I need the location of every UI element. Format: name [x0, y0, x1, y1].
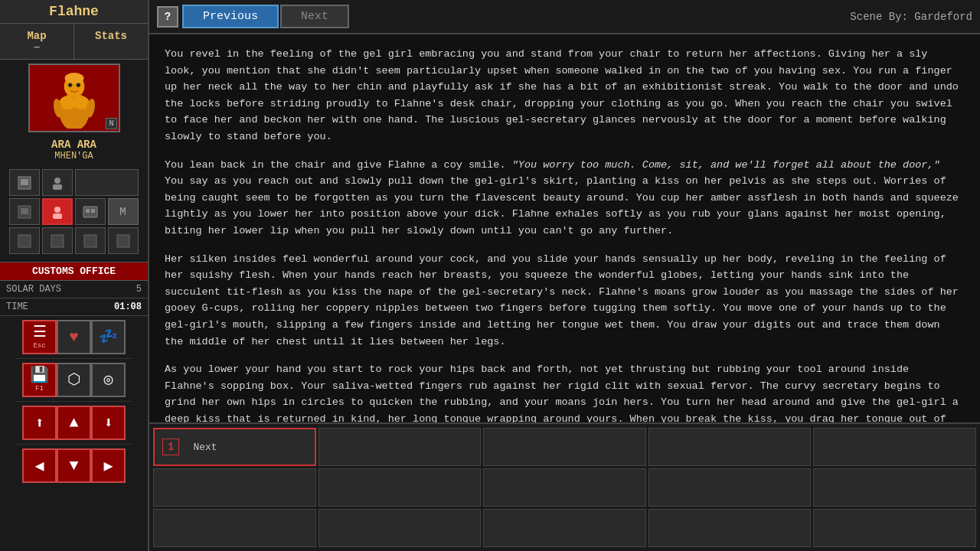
- heart-button[interactable]: ♥: [57, 320, 91, 354]
- choice-cell-11[interactable]: [153, 509, 316, 547]
- svg-rect-12: [53, 184, 62, 190]
- next-choice-button[interactable]: 1 Next: [153, 428, 316, 466]
- party-slot-6[interactable]: [9, 227, 40, 254]
- esc-label: Esc: [33, 342, 45, 350]
- svg-rect-10: [21, 179, 28, 185]
- svg-rect-21: [51, 235, 64, 247]
- svg-rect-17: [83, 207, 97, 217]
- action-row-2: 💾 F1 ⬡ ◎: [16, 359, 132, 402]
- nav-left[interactable]: ◀: [22, 448, 57, 483]
- party-slot-active[interactable]: [42, 198, 73, 225]
- location-label: CUSTOMS OFFICE: [0, 262, 148, 281]
- story-text: You revel in the feeling of the gel girl…: [149, 34, 980, 422]
- main-content: ? Previous Next Scene By: Gardeford You …: [149, 0, 980, 551]
- choice-cell-15[interactable]: [813, 509, 976, 547]
- character-subname: MHEN'GA: [54, 151, 93, 161]
- story-paragraph-3: Her silken insides feel wonderful around…: [165, 251, 965, 350]
- next-choice-label: Next: [193, 442, 217, 453]
- story-paragraph-1: You revel in the feeling of the gel girl…: [165, 46, 965, 145]
- nav-buttons: ⬆ ▲ ⬇: [16, 402, 132, 445]
- choice-cell-13[interactable]: [483, 509, 646, 547]
- svg-rect-20: [18, 235, 31, 247]
- story-paragraph-4: As you lower your hand you start to rock…: [165, 361, 965, 422]
- cube-button[interactable]: ⬡: [57, 363, 91, 397]
- party-slot-8[interactable]: [75, 227, 106, 254]
- party-slot-7[interactable]: [42, 227, 73, 254]
- nav-up-left[interactable]: ⬆: [22, 406, 57, 440]
- svg-rect-14: [21, 208, 28, 214]
- choice-cell-5[interactable]: [813, 428, 976, 466]
- directional-buttons: ◀ ▼ ▶: [16, 445, 132, 487]
- party-grid: M: [9, 169, 139, 254]
- solar-days-value: 5: [136, 284, 142, 295]
- action-row-1: ☰ Esc ♥ 💤: [16, 316, 132, 359]
- previous-button[interactable]: Previous: [182, 5, 279, 28]
- next-button-top[interactable]: Next: [280, 5, 349, 28]
- nav-down[interactable]: ▼: [57, 448, 91, 483]
- choice-number: 1: [162, 439, 179, 455]
- top-navigation: ? Previous Next Scene By: Gardeford: [149, 0, 980, 34]
- choice-cell-2[interactable]: [318, 428, 482, 466]
- bottom-section: 1 Next: [149, 422, 980, 551]
- party-slot-1[interactable]: [9, 169, 40, 196]
- svg-rect-19: [91, 209, 95, 213]
- sidebar-title: Flahne: [0, 0, 148, 24]
- svg-point-5: [68, 83, 72, 86]
- choice-cell-14[interactable]: [648, 509, 812, 547]
- map-button[interactable]: Map —: [0, 24, 74, 59]
- stats-button[interactable]: Stats: [74, 24, 148, 59]
- character-name: ARA ARA: [51, 139, 96, 151]
- f1-label: F1: [35, 385, 44, 393]
- nav-up[interactable]: ▲: [57, 406, 91, 440]
- story-paragraph-2: You lean back in the chair and give Flah…: [165, 157, 965, 240]
- time-row: TIME 01:08: [0, 298, 148, 316]
- choice-area: 1 Next: [149, 424, 980, 551]
- party-slot-4[interactable]: [75, 198, 106, 225]
- svg-rect-23: [117, 235, 129, 247]
- portrait-badge: N: [106, 118, 116, 129]
- nav-down-right[interactable]: ⬇: [91, 406, 126, 440]
- nav-right[interactable]: ▶: [91, 448, 126, 483]
- target-button[interactable]: ◎: [91, 363, 126, 397]
- sidebar: Flahne Map — Stats: [0, 0, 149, 551]
- choice-cell-12[interactable]: [318, 509, 482, 547]
- menu-button[interactable]: ☰ Esc: [22, 320, 57, 354]
- choice-cell-9[interactable]: [648, 468, 812, 507]
- sleep-button[interactable]: 💤: [91, 320, 126, 354]
- party-slot-9[interactable]: [108, 227, 139, 254]
- choice-cell-4[interactable]: [648, 428, 812, 466]
- party-slot-empty-1: [75, 169, 139, 196]
- character-portrait: N: [28, 64, 120, 132]
- time-info: SOLAR DAYS 5: [0, 281, 148, 298]
- choice-cell-8[interactable]: [483, 468, 646, 507]
- svg-point-11: [54, 178, 60, 184]
- svg-rect-16: [53, 214, 62, 219]
- svg-rect-22: [84, 235, 96, 247]
- choice-cell-3[interactable]: [483, 428, 646, 466]
- party-slot-5[interactable]: M: [108, 198, 139, 225]
- party-slot-2[interactable]: [42, 169, 73, 196]
- help-button[interactable]: ?: [157, 6, 178, 28]
- scene-credit: Scene By: Gardeford: [850, 11, 972, 23]
- solar-days-label: SOLAR DAYS: [6, 284, 61, 295]
- svg-point-15: [54, 207, 60, 213]
- svg-rect-18: [86, 209, 90, 213]
- party-slot-3[interactable]: [9, 198, 40, 225]
- map-stats-row: Map — Stats: [0, 24, 148, 60]
- choice-cell-6[interactable]: [153, 468, 316, 507]
- choice-cell-10[interactable]: [813, 468, 976, 507]
- choice-cell-7[interactable]: [318, 468, 482, 507]
- svg-point-4: [64, 73, 83, 83]
- time-label: TIME: [6, 302, 28, 312]
- save-button[interactable]: 💾 F1: [22, 363, 57, 397]
- svg-point-6: [76, 83, 80, 86]
- time-value: 01:08: [114, 302, 142, 312]
